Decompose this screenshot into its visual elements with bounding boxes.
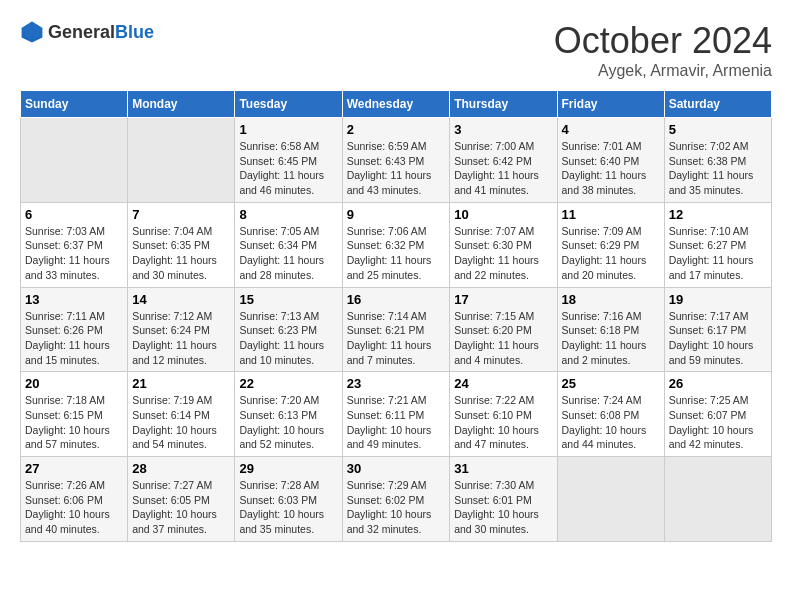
- day-info: Sunrise: 7:12 AMSunset: 6:24 PMDaylight:…: [132, 309, 230, 368]
- location: Aygek, Armavir, Armenia: [554, 62, 772, 80]
- day-info: Sunrise: 7:16 AMSunset: 6:18 PMDaylight:…: [562, 309, 660, 368]
- day-number: 11: [562, 207, 660, 222]
- calendar-cell: 24Sunrise: 7:22 AMSunset: 6:10 PMDayligh…: [450, 372, 557, 457]
- calendar-cell: 19Sunrise: 7:17 AMSunset: 6:17 PMDayligh…: [664, 287, 771, 372]
- calendar-cell: 1Sunrise: 6:58 AMSunset: 6:45 PMDaylight…: [235, 118, 342, 203]
- calendar-cell: 2Sunrise: 6:59 AMSunset: 6:43 PMDaylight…: [342, 118, 450, 203]
- day-number: 9: [347, 207, 446, 222]
- calendar-cell: 21Sunrise: 7:19 AMSunset: 6:14 PMDayligh…: [128, 372, 235, 457]
- day-number: 21: [132, 376, 230, 391]
- day-number: 19: [669, 292, 767, 307]
- day-info: Sunrise: 7:03 AMSunset: 6:37 PMDaylight:…: [25, 224, 123, 283]
- calendar-week-row: 1Sunrise: 6:58 AMSunset: 6:45 PMDaylight…: [21, 118, 772, 203]
- day-number: 16: [347, 292, 446, 307]
- day-number: 20: [25, 376, 123, 391]
- calendar-cell: 20Sunrise: 7:18 AMSunset: 6:15 PMDayligh…: [21, 372, 128, 457]
- day-number: 23: [347, 376, 446, 391]
- logo-icon: [20, 20, 44, 44]
- day-info: Sunrise: 7:22 AMSunset: 6:10 PMDaylight:…: [454, 393, 552, 452]
- day-number: 17: [454, 292, 552, 307]
- calendar-cell: 26Sunrise: 7:25 AMSunset: 6:07 PMDayligh…: [664, 372, 771, 457]
- day-number: 25: [562, 376, 660, 391]
- day-info: Sunrise: 7:14 AMSunset: 6:21 PMDaylight:…: [347, 309, 446, 368]
- calendar-cell: 10Sunrise: 7:07 AMSunset: 6:30 PMDayligh…: [450, 202, 557, 287]
- day-info: Sunrise: 7:11 AMSunset: 6:26 PMDaylight:…: [25, 309, 123, 368]
- day-number: 2: [347, 122, 446, 137]
- day-number: 13: [25, 292, 123, 307]
- day-number: 29: [239, 461, 337, 476]
- weekday-monday: Monday: [128, 91, 235, 118]
- calendar-cell: 18Sunrise: 7:16 AMSunset: 6:18 PMDayligh…: [557, 287, 664, 372]
- day-info: Sunrise: 7:18 AMSunset: 6:15 PMDaylight:…: [25, 393, 123, 452]
- day-number: 27: [25, 461, 123, 476]
- day-number: 18: [562, 292, 660, 307]
- calendar-cell: 3Sunrise: 7:00 AMSunset: 6:42 PMDaylight…: [450, 118, 557, 203]
- weekday-thursday: Thursday: [450, 91, 557, 118]
- day-number: 14: [132, 292, 230, 307]
- day-number: 31: [454, 461, 552, 476]
- day-info: Sunrise: 7:10 AMSunset: 6:27 PMDaylight:…: [669, 224, 767, 283]
- calendar-cell: 8Sunrise: 7:05 AMSunset: 6:34 PMDaylight…: [235, 202, 342, 287]
- calendar-cell: 14Sunrise: 7:12 AMSunset: 6:24 PMDayligh…: [128, 287, 235, 372]
- day-info: Sunrise: 7:02 AMSunset: 6:38 PMDaylight:…: [669, 139, 767, 198]
- weekday-wednesday: Wednesday: [342, 91, 450, 118]
- calendar-table: SundayMondayTuesdayWednesdayThursdayFrid…: [20, 90, 772, 542]
- day-number: 5: [669, 122, 767, 137]
- calendar-week-row: 13Sunrise: 7:11 AMSunset: 6:26 PMDayligh…: [21, 287, 772, 372]
- calendar-cell: 12Sunrise: 7:10 AMSunset: 6:27 PMDayligh…: [664, 202, 771, 287]
- calendar-cell: 5Sunrise: 7:02 AMSunset: 6:38 PMDaylight…: [664, 118, 771, 203]
- day-number: 7: [132, 207, 230, 222]
- day-info: Sunrise: 6:59 AMSunset: 6:43 PMDaylight:…: [347, 139, 446, 198]
- day-number: 8: [239, 207, 337, 222]
- day-info: Sunrise: 7:00 AMSunset: 6:42 PMDaylight:…: [454, 139, 552, 198]
- day-info: Sunrise: 7:04 AMSunset: 6:35 PMDaylight:…: [132, 224, 230, 283]
- calendar-body: 1Sunrise: 6:58 AMSunset: 6:45 PMDaylight…: [21, 118, 772, 542]
- day-info: Sunrise: 7:26 AMSunset: 6:06 PMDaylight:…: [25, 478, 123, 537]
- weekday-tuesday: Tuesday: [235, 91, 342, 118]
- title-area: October 2024 Aygek, Armavir, Armenia: [554, 20, 772, 80]
- day-number: 28: [132, 461, 230, 476]
- day-info: Sunrise: 7:28 AMSunset: 6:03 PMDaylight:…: [239, 478, 337, 537]
- day-number: 4: [562, 122, 660, 137]
- day-info: Sunrise: 7:29 AMSunset: 6:02 PMDaylight:…: [347, 478, 446, 537]
- calendar-cell: 25Sunrise: 7:24 AMSunset: 6:08 PMDayligh…: [557, 372, 664, 457]
- calendar-cell: 9Sunrise: 7:06 AMSunset: 6:32 PMDaylight…: [342, 202, 450, 287]
- day-info: Sunrise: 7:07 AMSunset: 6:30 PMDaylight:…: [454, 224, 552, 283]
- calendar-cell: 22Sunrise: 7:20 AMSunset: 6:13 PMDayligh…: [235, 372, 342, 457]
- calendar-cell: [664, 457, 771, 542]
- calendar-week-row: 20Sunrise: 7:18 AMSunset: 6:15 PMDayligh…: [21, 372, 772, 457]
- day-number: 24: [454, 376, 552, 391]
- calendar-cell: 13Sunrise: 7:11 AMSunset: 6:26 PMDayligh…: [21, 287, 128, 372]
- day-number: 15: [239, 292, 337, 307]
- month-title: October 2024: [554, 20, 772, 62]
- day-info: Sunrise: 7:27 AMSunset: 6:05 PMDaylight:…: [132, 478, 230, 537]
- day-number: 12: [669, 207, 767, 222]
- day-info: Sunrise: 7:01 AMSunset: 6:40 PMDaylight:…: [562, 139, 660, 198]
- day-number: 10: [454, 207, 552, 222]
- day-number: 30: [347, 461, 446, 476]
- day-info: Sunrise: 7:06 AMSunset: 6:32 PMDaylight:…: [347, 224, 446, 283]
- calendar-cell: 17Sunrise: 7:15 AMSunset: 6:20 PMDayligh…: [450, 287, 557, 372]
- day-info: Sunrise: 7:13 AMSunset: 6:23 PMDaylight:…: [239, 309, 337, 368]
- calendar-cell: 27Sunrise: 7:26 AMSunset: 6:06 PMDayligh…: [21, 457, 128, 542]
- day-info: Sunrise: 7:30 AMSunset: 6:01 PMDaylight:…: [454, 478, 552, 537]
- calendar-cell: 30Sunrise: 7:29 AMSunset: 6:02 PMDayligh…: [342, 457, 450, 542]
- day-number: 6: [25, 207, 123, 222]
- calendar-cell: 15Sunrise: 7:13 AMSunset: 6:23 PMDayligh…: [235, 287, 342, 372]
- day-info: Sunrise: 7:25 AMSunset: 6:07 PMDaylight:…: [669, 393, 767, 452]
- calendar-cell: [557, 457, 664, 542]
- calendar-cell: [128, 118, 235, 203]
- calendar-cell: [21, 118, 128, 203]
- day-number: 26: [669, 376, 767, 391]
- day-info: Sunrise: 6:58 AMSunset: 6:45 PMDaylight:…: [239, 139, 337, 198]
- weekday-header-row: SundayMondayTuesdayWednesdayThursdayFrid…: [21, 91, 772, 118]
- day-number: 22: [239, 376, 337, 391]
- day-info: Sunrise: 7:21 AMSunset: 6:11 PMDaylight:…: [347, 393, 446, 452]
- calendar-cell: 29Sunrise: 7:28 AMSunset: 6:03 PMDayligh…: [235, 457, 342, 542]
- calendar-cell: 16Sunrise: 7:14 AMSunset: 6:21 PMDayligh…: [342, 287, 450, 372]
- calendar-cell: 11Sunrise: 7:09 AMSunset: 6:29 PMDayligh…: [557, 202, 664, 287]
- calendar-cell: 6Sunrise: 7:03 AMSunset: 6:37 PMDaylight…: [21, 202, 128, 287]
- weekday-saturday: Saturday: [664, 91, 771, 118]
- day-info: Sunrise: 7:19 AMSunset: 6:14 PMDaylight:…: [132, 393, 230, 452]
- calendar-cell: 4Sunrise: 7:01 AMSunset: 6:40 PMDaylight…: [557, 118, 664, 203]
